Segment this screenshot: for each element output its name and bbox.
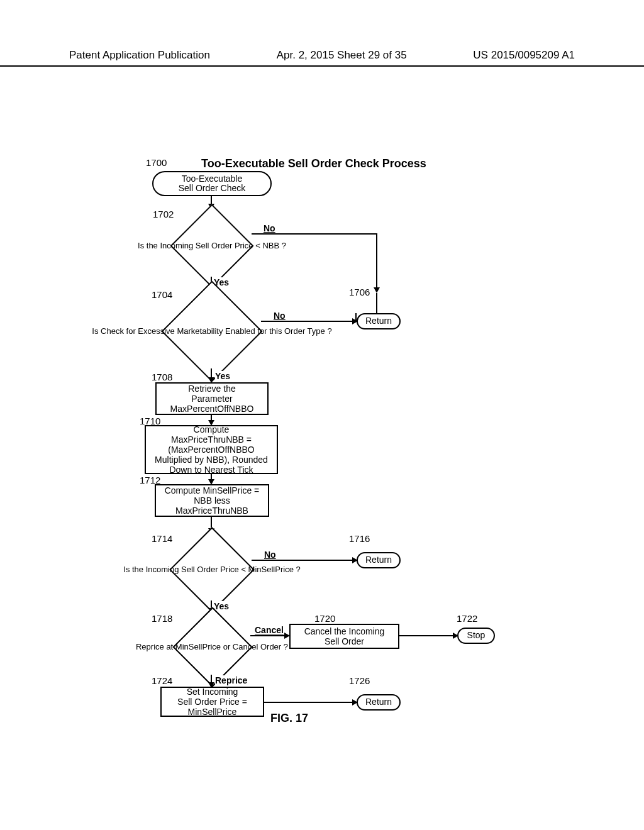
ref-1702: 1702 (153, 209, 174, 219)
edge (376, 293, 377, 313)
ref-1708: 1708 (152, 372, 172, 382)
node-1712: Compute MinSellPrice = NBB less MaxPrice… (155, 484, 269, 517)
edge (252, 233, 377, 235)
node-1704-text: Is Check for Excessive Marketability Ena… (92, 327, 331, 336)
edge-label-yes: Yes (215, 371, 230, 381)
edge-label-no: No (264, 550, 276, 560)
document-header: Patent Application Publication Apr. 2, 2… (0, 49, 644, 67)
node-1710-text: Compute MaxPriceThruNBB = (MaxPercentOff… (155, 424, 268, 475)
ref-1706: 1706 (349, 287, 370, 297)
arrow-icon (374, 287, 380, 293)
node-1722: Stop (457, 628, 495, 644)
ref-1700: 1700 (146, 157, 167, 168)
edge (252, 560, 357, 561)
node-1716: Return (357, 552, 401, 568)
edge-label-no: No (274, 311, 286, 321)
header-mid: Apr. 2, 2015 Sheet 29 of 35 (277, 49, 407, 62)
node-1712-text: Compute MinSellPrice = NBB less MaxPrice… (165, 485, 260, 516)
figure-number: FIG. 17 (270, 712, 308, 725)
edge (261, 321, 357, 322)
edge (250, 635, 288, 636)
node-1724: Set Incoming Sell Order Price = MinSellP… (160, 687, 264, 717)
node-1720-text: Cancel the Incoming Sell Order (304, 626, 385, 646)
ref-1724: 1724 (152, 675, 172, 686)
node-1726-text: Return (365, 697, 392, 707)
ref-1704: 1704 (152, 289, 172, 300)
node-1714-text: Is the Incoming Sell Order Price < MinSe… (123, 565, 300, 574)
node-1706: Return (357, 313, 401, 329)
node-1716-text: Return (365, 555, 392, 565)
node-1700-text: Too-Executable Sell Order Check (179, 174, 246, 194)
edge (399, 635, 456, 636)
edge-label-no: No (264, 223, 275, 233)
ref-1726: 1726 (349, 675, 370, 686)
node-1708-text: Retrieve the Parameter MaxPercentOffNBBO (170, 384, 254, 414)
ref-1714: 1714 (152, 533, 172, 544)
node-1710: Compute MaxPriceThruNBB = (MaxPercentOff… (145, 425, 278, 474)
edge (264, 702, 357, 703)
figure-title: Too-Executable Sell Order Check Process (201, 157, 426, 170)
ref-1718: 1718 (152, 613, 172, 624)
edge-label-yes: Yes (214, 601, 229, 611)
header-left: Patent Application Publication (69, 49, 210, 62)
node-1706-text: Return (365, 316, 392, 326)
ref-1720: 1720 (314, 613, 335, 624)
header-right: US 2015/0095209 A1 (473, 49, 575, 62)
edge-label-reprice: Reprice (215, 675, 247, 685)
node-1702-text: Is the Incoming Sell Order Price < NBB ? (138, 241, 286, 250)
ref-1716: 1716 (349, 533, 370, 544)
edge (376, 233, 377, 289)
ref-1722: 1722 (457, 613, 477, 624)
node-1718-text: Reprice at MinSellPrice or Cancel Order … (136, 643, 288, 651)
node-1720: Cancel the Incoming Sell Order (289, 624, 399, 649)
node-1700: Too-Executable Sell Order Check (152, 171, 272, 196)
page: Patent Application Publication Apr. 2, 2… (0, 0, 644, 830)
node-1722-text: Stop (467, 631, 486, 640)
node-1708: Retrieve the Parameter MaxPercentOffNBBO (155, 382, 269, 415)
edge-label-cancel: Cancel (255, 625, 284, 635)
node-1724-text: Set Incoming Sell Order Price = MinSellP… (177, 687, 247, 717)
node-1726: Return (357, 694, 401, 711)
